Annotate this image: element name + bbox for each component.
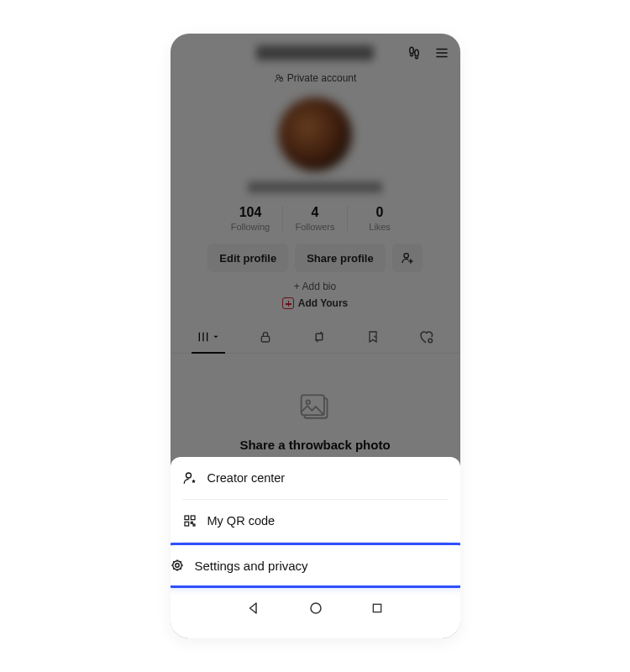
- gear-icon: [171, 558, 185, 573]
- settings-and-privacy-item[interactable]: Settings and privacy: [171, 543, 460, 588]
- qr-code-item[interactable]: My QR code: [171, 500, 460, 542]
- svg-point-27: [175, 564, 179, 568]
- creator-center-item[interactable]: Creator center: [171, 457, 460, 499]
- svg-point-18: [186, 473, 191, 478]
- qr-code-icon: [182, 513, 197, 528]
- person-star-icon: [182, 470, 197, 486]
- svg-rect-23: [193, 524, 195, 526]
- svg-rect-21: [185, 522, 189, 526]
- svg-rect-22: [191, 522, 192, 523]
- svg-rect-20: [191, 516, 195, 520]
- phone-frame: Private account 104 Following 4 Follower…: [171, 34, 460, 638]
- svg-point-24: [311, 603, 321, 613]
- qr-code-label: My QR code: [207, 514, 276, 528]
- svg-rect-19: [185, 516, 189, 520]
- settings-label: Settings and privacy: [195, 559, 308, 573]
- creator-center-label: Creator center: [207, 471, 286, 485]
- nav-home-icon[interactable]: [308, 601, 323, 619]
- nav-recent-icon[interactable]: [370, 601, 384, 618]
- svg-rect-25: [373, 604, 381, 612]
- nav-back-icon[interactable]: [246, 601, 261, 619]
- system-nav-bar: [171, 590, 460, 630]
